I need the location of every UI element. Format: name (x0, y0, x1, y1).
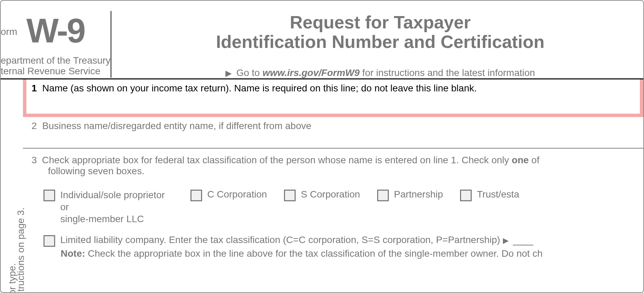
goto-suffix: for instructions and the latest informat… (360, 67, 535, 78)
title-line2: Identification Number and Certification (117, 32, 643, 52)
cb5-label: Trust/esta (477, 189, 519, 200)
cb2-label: C Corporation (207, 189, 267, 200)
form-code: W-9 (26, 11, 84, 50)
checkbox-box-icon[interactable] (460, 190, 472, 201)
form-title: Request for Taxpayer Identification Numb… (117, 13, 643, 52)
line-2-label: Business name/disregarded entity name, i… (42, 120, 311, 131)
checkbox-llc[interactable]: Limited liability company. Enter the tax… (44, 234, 635, 247)
cb1-label-a: Individual/sole proprietor or (60, 189, 173, 213)
checkbox-box-icon[interactable] (44, 235, 55, 247)
dept-line2: ternal Revenue Service (1, 66, 111, 77)
form-word: orm (1, 26, 17, 37)
note-text: Check the appropriate box in the line ab… (85, 248, 543, 259)
goto-instructions: ▶ Go to www.irs.gov/FormW9 for instructi… (117, 67, 643, 78)
right-arrow-icon: ▶ (503, 236, 509, 245)
department-block: epartment of the Treasury ternal Revenue… (1, 55, 111, 77)
goto-prefix: Go to (236, 67, 262, 78)
line-3-classification: 3Check appropriate box for federal tax c… (23, 148, 643, 259)
checkbox-partnership[interactable]: Partnership (377, 189, 443, 201)
form-body: or type. tructions on page 3. 1 Name (as… (1, 79, 643, 259)
cb3-label: S Corporation (301, 189, 360, 200)
right-arrow-icon: ▶ (225, 68, 232, 78)
line-3-bold-one: one (512, 155, 529, 165)
checkbox-box-icon[interactable] (284, 190, 296, 201)
checkbox-s-corp[interactable]: S Corporation (284, 189, 360, 201)
classification-checkboxes: Individual/sole proprietor or single-mem… (44, 189, 635, 225)
title-line1: Request for Taxpayer (117, 13, 643, 32)
line-1-label: Name (as shown on your income tax return… (42, 83, 476, 93)
line-3-text-3: following seven boxes. (48, 166, 635, 177)
form-content: 1 Name (as shown on your income tax retu… (23, 79, 643, 259)
note-bold: Note: (61, 248, 85, 259)
line-2-business-name-field[interactable]: 2 Business name/disregarded entity name,… (23, 117, 643, 148)
checkbox-box-icon[interactable] (377, 190, 389, 201)
line-2-number: 2 (32, 120, 37, 131)
line-1-number: 1 (32, 83, 37, 93)
header-divider (110, 11, 112, 78)
line-3-number: 3 (32, 155, 37, 165)
dept-line1: epartment of the Treasury (1, 55, 111, 66)
llc-note: Note: Check the appropriate box in the l… (61, 248, 635, 259)
sidebar-vertical-text-2: tructions on page 3. (15, 207, 26, 292)
form-header: orm W-9 epartment of the Treasury ternal… (1, 1, 643, 79)
cb1-label-b: single-member LLC (60, 213, 173, 225)
checkbox-box-icon[interactable] (190, 190, 202, 201)
checkbox-trust[interactable]: Trust/esta (460, 189, 519, 201)
checkbox-box-icon[interactable] (44, 190, 55, 201)
line-1-name-field[interactable]: 1 Name (as shown on your income tax retu… (23, 79, 643, 117)
w9-form-page: orm W-9 epartment of the Treasury ternal… (0, 0, 644, 293)
line-3-text-1: Check appropriate box for federal tax cl… (42, 155, 512, 165)
goto-url: www.irs.gov/FormW9 (262, 67, 360, 78)
checkbox-c-corp[interactable]: C Corporation (190, 189, 267, 201)
cb4-label: Partnership (394, 189, 443, 200)
llc-label: Limited liability company. Enter the tax… (60, 234, 500, 245)
line-3-text-2: of (529, 155, 540, 165)
checkbox-individual[interactable]: Individual/sole proprietor or single-mem… (44, 189, 173, 225)
llc-classification-input[interactable] (513, 245, 533, 245)
